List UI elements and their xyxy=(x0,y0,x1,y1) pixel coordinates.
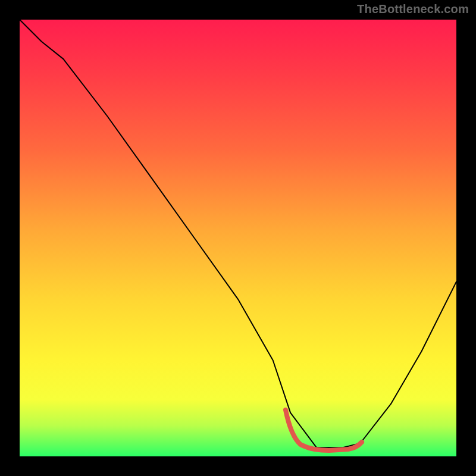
bottleneck-curve xyxy=(20,20,456,447)
chart-frame: TheBottleneck.com xyxy=(0,0,476,476)
chart-svg-overlay xyxy=(20,20,456,456)
watermark-text: TheBottleneck.com xyxy=(357,2,469,16)
valley-highlight xyxy=(286,410,362,450)
